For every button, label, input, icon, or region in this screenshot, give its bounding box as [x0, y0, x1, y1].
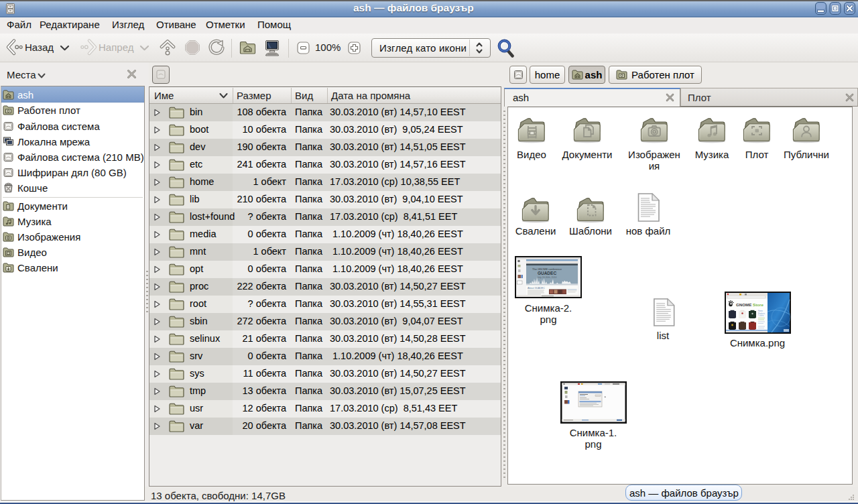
svg-text:July 24-30th, 2010: July 24-30th, 2010 — [538, 276, 557, 279]
svg-text:Store: Store — [753, 302, 763, 307]
svg-text:GUADEC: GUADEC — [538, 271, 556, 275]
svg-text:Products: Products — [758, 312, 765, 315]
svg-text:About GUADEC: About GUADEC — [528, 287, 545, 290]
svg-text:T-shirts: T-shirts — [758, 314, 764, 317]
svg-text:GNOME: GNOME — [736, 302, 751, 307]
svg-text:Home: Home — [758, 310, 763, 312]
